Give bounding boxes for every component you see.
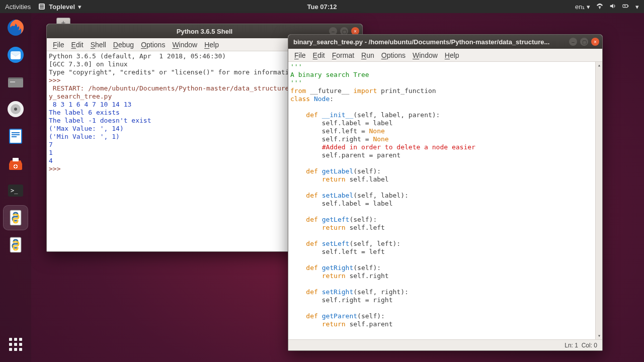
app-menu[interactable]: Toplevel ▾ (38, 3, 82, 11)
rhythmbox-icon[interactable] (3, 97, 28, 122)
editor-content[interactable]: '''A binary search Tree'''from __future_… (288, 62, 602, 339)
code-line: def __init__(self, label, parent): (290, 111, 600, 119)
volume-icon[interactable] (609, 3, 616, 11)
clock[interactable]: Tue 07:12 (307, 3, 337, 11)
scroll-down-icon[interactable]: ▾ (596, 332, 602, 339)
svg-rect-2 (40, 6, 44, 7)
files-icon[interactable] (3, 69, 28, 95)
svg-point-4 (599, 8, 600, 9)
code-line: self.left = left (290, 248, 600, 256)
code-line: ''' (290, 63, 600, 71)
status-col: Col: 0 (582, 342, 597, 349)
menu-edit[interactable]: Edit (71, 41, 84, 49)
code-line: def getRight(self): (290, 264, 600, 272)
battery-icon[interactable] (622, 3, 629, 11)
code-line (290, 208, 600, 216)
code-line (290, 256, 600, 264)
code-line: self.parent = parent (290, 151, 600, 159)
menu-window[interactable]: Window (413, 51, 438, 59)
chevron-down-icon: ▾ (78, 3, 82, 11)
terminal-icon[interactable]: >_ (3, 178, 28, 203)
code-line: self.label = label (290, 200, 600, 208)
writer-icon[interactable] (3, 124, 28, 149)
menu-file[interactable]: File (294, 51, 306, 59)
svg-rect-19 (13, 158, 19, 161)
code-line: self.right = right (290, 296, 600, 304)
editor-menubar: FileEditFormatRunOptionsWindowHelp (288, 49, 602, 62)
svg-rect-10 (8, 79, 23, 87)
editor-window: binary_search_tree.py - /home/ubuntu/Doc… (288, 34, 603, 351)
code-line: A binary search Tree (290, 71, 600, 79)
system-menu-chevron-icon[interactable]: ▾ (635, 3, 639, 11)
status-line: Ln: 1 (565, 342, 578, 349)
menu-format[interactable]: Format (332, 51, 354, 59)
svg-text:>_: >_ (11, 187, 18, 194)
svg-rect-11 (10, 81, 15, 82)
app-menu-icon (38, 3, 46, 11)
scroll-up-icon[interactable]: ▴ (596, 62, 602, 69)
activities-button[interactable]: Activities (5, 3, 31, 11)
code-line: self.label = label (290, 119, 600, 127)
svg-rect-6 (628, 5, 628, 7)
menu-options[interactable]: Options (381, 51, 406, 59)
code-line: def setLeft(self, left): (290, 240, 600, 248)
editor-titlebar[interactable]: binary_search_tree.py - /home/ubuntu/Doc… (288, 35, 602, 49)
menu-debug[interactable]: Debug (113, 41, 134, 49)
menu-help[interactable]: Help (445, 51, 459, 59)
svg-rect-17 (12, 134, 20, 135)
code-line: from __future__ import print_function (290, 87, 600, 95)
editor-statusbar: Ln: 1 Col: 0 (288, 339, 602, 350)
menu-file[interactable]: File (53, 41, 64, 49)
thunderbird-icon[interactable] (3, 42, 28, 67)
firefox-icon[interactable] (3, 15, 28, 40)
software-center-icon[interactable] (3, 151, 28, 176)
code-line: class Node: (290, 95, 600, 103)
menu-help[interactable]: Help (204, 41, 219, 49)
code-line: return self.label (290, 175, 600, 184)
code-line: def setLabel(self, label): (290, 192, 600, 200)
svg-rect-3 (40, 8, 44, 9)
python-file-icon[interactable] (3, 232, 28, 257)
show-applications-button[interactable] (3, 332, 28, 357)
editor-title: binary_search_tree.py - /home/ubuntu/Doc… (293, 38, 549, 46)
gnome-top-bar: Activities Toplevel ▾ Tue 07:12 en₁ ▾ ▾ (0, 0, 644, 13)
code-line (290, 103, 600, 111)
code-line (290, 304, 600, 312)
network-icon[interactable] (596, 3, 603, 11)
svg-rect-16 (12, 132, 20, 133)
python-file-icon[interactable] (3, 205, 28, 230)
menu-window[interactable]: Window (172, 41, 197, 49)
code-line: def setRight(self, right): (290, 288, 600, 296)
ubuntu-dock: >_ (0, 13, 31, 362)
code-line (290, 232, 600, 240)
minimize-button[interactable]: – (569, 38, 577, 46)
keyboard-layout-indicator[interactable]: en₁ ▾ (575, 3, 590, 11)
code-line: def getLeft(self): (290, 216, 600, 224)
menu-options[interactable]: Options (141, 41, 165, 49)
maximize-button[interactable]: ▢ (580, 38, 588, 46)
code-line: return self.parent (290, 320, 600, 328)
menu-run[interactable]: Run (361, 51, 374, 59)
svg-rect-18 (12, 136, 17, 137)
menu-shell[interactable]: Shell (91, 41, 106, 49)
code-line (290, 184, 600, 192)
code-line: return self.right (290, 272, 600, 280)
svg-rect-1 (40, 5, 44, 6)
code-line: return self.left (290, 224, 600, 232)
code-line: def getParent(self): (290, 312, 600, 320)
close-button[interactable]: × (591, 38, 599, 46)
code-line: self.left = None (290, 127, 600, 135)
code-line: #Added in order to delete a node easier (290, 143, 600, 151)
code-line: self.right = None (290, 135, 600, 143)
code-line (290, 280, 600, 288)
editor-scrollbar[interactable]: ▴ ▾ (595, 62, 602, 339)
code-line (290, 159, 600, 167)
code-line: def getLabel(self): (290, 167, 600, 175)
code-line: ''' (290, 79, 600, 87)
menu-edit[interactable]: Edit (313, 51, 325, 59)
shell-title: Python 3.6.5 Shell (177, 28, 232, 35)
svg-point-14 (14, 108, 17, 111)
